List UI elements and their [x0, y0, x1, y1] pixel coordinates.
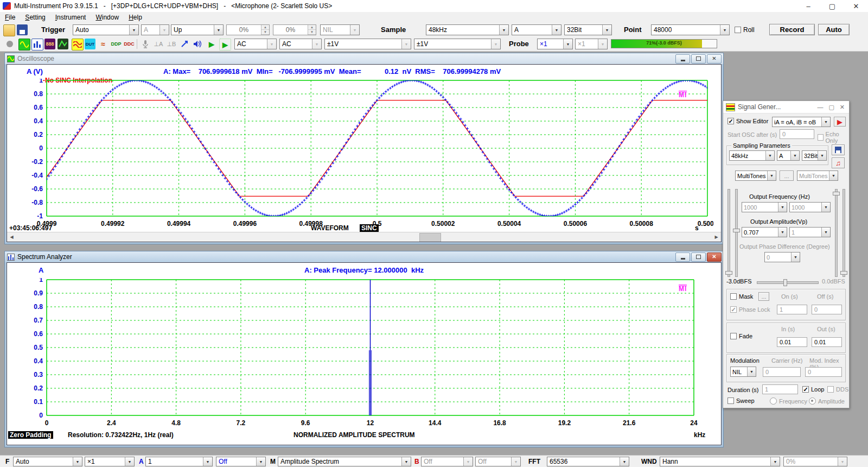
- record-indicator-icon[interactable]: [4, 39, 15, 49]
- maximize-button[interactable]: ▢: [828, 104, 834, 111]
- sweep-checkbox[interactable]: Sweep: [727, 397, 755, 404]
- trigger-source-dropdown[interactable]: A▼: [141, 24, 169, 35]
- probe-b-dropdown[interactable]: ×1▼: [575, 39, 608, 49]
- a-extra-dropdown[interactable]: Off▼: [216, 457, 266, 466]
- mod-index-input[interactable]: 0: [805, 367, 842, 377]
- minimize-button[interactable]: [675, 253, 690, 262]
- ddp-viewer-icon[interactable]: DDP: [111, 39, 122, 49]
- sampling-channel-dropdown[interactable]: A▼: [512, 24, 561, 35]
- oscilloscope-icon[interactable]: [18, 39, 30, 51]
- open-file-icon[interactable]: [3, 24, 15, 36]
- zoom-dropdown[interactable]: ×1▼: [85, 457, 135, 466]
- slider-thumb[interactable]: [840, 271, 847, 275]
- scroll-thumb[interactable]: [419, 233, 441, 242]
- trigger-edge-dropdown[interactable]: Up▼: [171, 24, 224, 35]
- trigger-reject-dropdown[interactable]: NIL▼: [320, 24, 360, 35]
- freq-b-dropdown[interactable]: 1000▼: [789, 202, 831, 212]
- window-function-dropdown[interactable]: Hann▼: [660, 457, 780, 466]
- close-button[interactable]: ✕: [840, 104, 845, 111]
- amp-a-dropdown[interactable]: 0.707▼: [742, 227, 787, 237]
- probe-calibration-icon[interactable]: [179, 39, 190, 49]
- music-note-icon[interactable]: ♫: [832, 157, 845, 168]
- b-extra-dropdown[interactable]: Off▼: [475, 457, 521, 466]
- ground-b-icon[interactable]: ⊥B: [166, 39, 177, 49]
- spin-down-icon[interactable]: ▼: [261, 30, 269, 35]
- gen-bits-dropdown[interactable]: 32Bit▼: [802, 150, 827, 161]
- fft-size-dropdown[interactable]: 65536▼: [547, 457, 629, 466]
- slider-thumb[interactable]: [725, 271, 732, 275]
- waveform-a-dropdown[interactable]: MultiTones▼: [735, 171, 776, 181]
- restore-button[interactable]: [691, 253, 706, 262]
- loop-checkbox[interactable]: ✓Loop: [802, 386, 824, 393]
- microphone-icon[interactable]: [140, 39, 151, 49]
- trigger-delay-spinner[interactable]: 0%▲▼: [273, 24, 316, 35]
- spectrum-3d-icon[interactable]: [58, 39, 68, 49]
- spin-up-icon[interactable]: ▲: [308, 25, 316, 30]
- run-loop-icon[interactable]: ▶: [219, 39, 231, 51]
- trigger-level-spinner[interactable]: 0%▲▼: [226, 24, 270, 35]
- volume-slider-left-outer[interactable]: [727, 189, 730, 277]
- bit-resolution-dropdown[interactable]: 32Bit▼: [564, 24, 612, 35]
- scope-h-scrollbar[interactable]: ◀ ▶: [7, 232, 721, 242]
- gen-rate-dropdown[interactable]: 48kHz▼: [729, 150, 775, 161]
- fade-out-input[interactable]: 0.01: [812, 337, 842, 347]
- trigger-mode-dropdown[interactable]: Auto▼: [73, 24, 139, 35]
- generator-run-button[interactable]: ▶: [834, 117, 846, 127]
- coupling-a-dropdown[interactable]: AC▼: [234, 39, 277, 49]
- spectrum-plot[interactable]: 02.44.87.29.61214.416.819.221.62410.90.8…: [8, 278, 713, 428]
- probe-a-dropdown[interactable]: ×1▼: [537, 39, 573, 49]
- menu-help[interactable]: Help: [124, 12, 147, 22]
- close-button[interactable]: ✕: [707, 54, 722, 64]
- range-a-dropdown[interactable]: ±1V▼: [324, 39, 411, 49]
- range-b-dropdown[interactable]: ±1V▼: [414, 39, 501, 49]
- app-titlebar[interactable]: Multi-Instrument Pro 3.9.15.1 - [+3DP+DL…: [0, 0, 868, 12]
- app-maximize-button[interactable]: ▢: [820, 0, 844, 12]
- derived-data-curve-icon[interactable]: ≈: [98, 39, 108, 49]
- phase-lock-checkbox[interactable]: ✓Phase Lock: [730, 306, 770, 313]
- oscilloscope-titlebar[interactable]: Oscilloscope ✕: [5, 53, 723, 64]
- mask-checkbox[interactable]: Mask: [730, 293, 753, 300]
- sweep-amplitude-radio[interactable]: Amplitude: [809, 397, 845, 405]
- sweep-frequency-radio[interactable]: Frequency: [770, 397, 807, 405]
- slider-thumb[interactable]: [833, 192, 840, 195]
- fade-checkbox[interactable]: Fade: [730, 333, 752, 339]
- minimize-button[interactable]: —: [817, 104, 823, 111]
- freq-axis-dropdown[interactable]: Auto▼: [13, 457, 82, 466]
- menu-window[interactable]: Window: [91, 12, 124, 22]
- slider-thumb[interactable]: [733, 229, 740, 232]
- dds-checkbox[interactable]: DDS: [827, 386, 848, 393]
- spectrum-analyzer-icon[interactable]: [31, 39, 43, 51]
- ground-a-icon[interactable]: ⊥A: [153, 39, 164, 49]
- amplitude-slider-a[interactable]: [735, 189, 738, 277]
- run-icon[interactable]: ▶: [206, 39, 217, 49]
- scroll-left-icon[interactable]: ◀: [7, 232, 16, 242]
- minimize-button[interactable]: [675, 54, 690, 64]
- menu-instrument[interactable]: Instrument: [50, 12, 91, 22]
- dbfs-slider[interactable]: [757, 281, 819, 284]
- amp-b-dropdown[interactable]: 1▼: [789, 227, 831, 237]
- menu-file[interactable]: File: [0, 12, 20, 22]
- signal-generator-icon[interactable]: [72, 39, 84, 51]
- slider-thumb[interactable]: [783, 279, 787, 286]
- b-gain-dropdown[interactable]: Off▼: [421, 457, 473, 466]
- speaker-icon[interactable]: [192, 39, 203, 49]
- echo-only-checkbox[interactable]: Echo Only: [818, 131, 849, 144]
- device-test-plan-icon[interactable]: DUT: [85, 39, 95, 49]
- overlap-dropdown[interactable]: 0%▼: [783, 457, 847, 466]
- volume-slider-right-outer[interactable]: [843, 189, 845, 277]
- save-icon[interactable]: [17, 24, 28, 35]
- coupling-b-dropdown[interactable]: AC▼: [279, 39, 322, 49]
- amplitude-slider-b[interactable]: [835, 189, 838, 277]
- app-close-button[interactable]: ✕: [844, 0, 868, 12]
- modulation-dropdown[interactable]: NIL▼: [730, 367, 756, 377]
- fade-in-input[interactable]: 0.01: [777, 337, 807, 347]
- auto-button[interactable]: Auto: [818, 24, 850, 35]
- record-button[interactable]: Record: [769, 24, 815, 35]
- app-minimize-button[interactable]: –: [796, 0, 820, 12]
- multimeter-icon[interactable]: 888: [44, 39, 55, 49]
- scroll-right-icon[interactable]: ▶: [712, 232, 721, 242]
- start-osc-input[interactable]: 0: [780, 129, 814, 139]
- show-editor-checkbox[interactable]: ✓Show Editor: [727, 118, 768, 124]
- duration-input[interactable]: 1: [762, 384, 798, 394]
- sampling-rate-dropdown[interactable]: 48kHz▼: [426, 24, 509, 35]
